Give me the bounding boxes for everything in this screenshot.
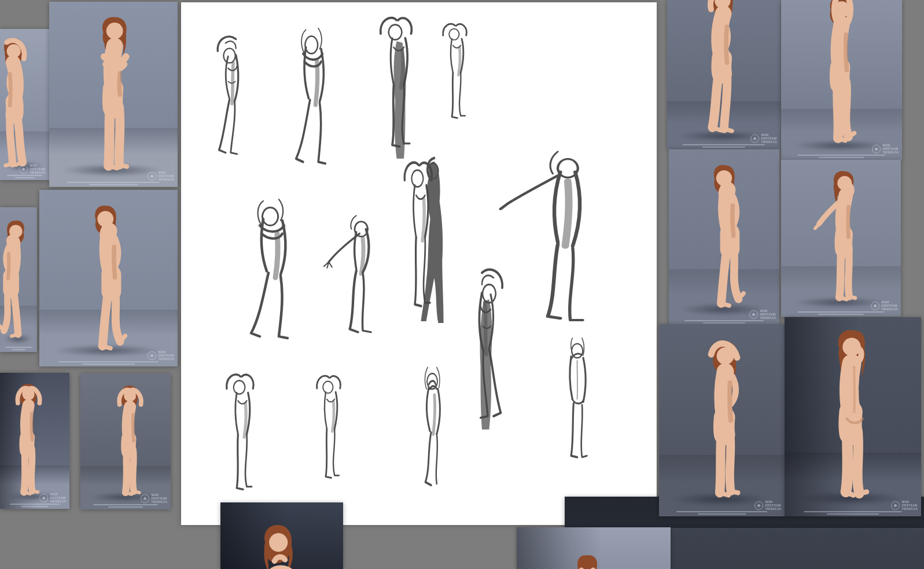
reference-photo-n[interactable]: NEWMASTERSACADEMY♣	[669, 149, 779, 325]
reference-photo-f[interactable]: NEWMASTERSACADEMY♣	[80, 373, 171, 509]
caption-line	[93, 504, 158, 505]
watermark-line: ACADEMY	[881, 307, 897, 311]
watermark-text: NEWMASTERSACADEMY	[158, 171, 174, 181]
model-figure	[563, 550, 612, 569]
gesture-sketch	[546, 325, 606, 467]
nma-watermark: NEWMASTERSACADEMY♣	[148, 171, 174, 181]
floor-shadow	[3, 334, 32, 344]
floor-shadow	[7, 492, 61, 501]
watermark-line: MASTERS	[765, 504, 781, 507]
caption-line	[58, 361, 158, 362]
fleur-de-lis-emblem-icon: ♣	[749, 310, 758, 319]
fleur-de-lis-emblem-icon: ♣	[39, 494, 48, 502]
reference-photo-d[interactable]: NEWMASTERSACADEMY♣	[39, 190, 178, 366]
studio-floor	[781, 266, 901, 317]
watermark-text: NEWMASTERSACADEMY	[881, 300, 897, 311]
watermark-text: NEWMASTERSACADEMY	[30, 164, 46, 174]
watermark-line: NEW	[881, 300, 889, 304]
watermark-line: MASTERS	[158, 354, 174, 357]
reference-photo-q[interactable]: NEWMASTERSACADEMY♣	[659, 324, 785, 516]
shadow-overlay	[220, 502, 343, 569]
caption-lines	[785, 511, 921, 515]
watermark-line: NEW	[765, 500, 772, 504]
caption-line	[12, 349, 25, 350]
model-figure	[74, 199, 147, 359]
reference-photo-k[interactable]: NEWMASTERSACADEMY♣	[667, 0, 781, 149]
reference-photo-l[interactable]: NEWMASTERSACADEMY♣	[781, 0, 902, 160]
caption-lines	[781, 311, 901, 315]
shadow-overlay	[0, 373, 69, 509]
model-figure	[246, 520, 313, 569]
watermark-line: ACADEMY	[882, 150, 899, 154]
reference-photo-c[interactable]	[0, 207, 37, 352]
watermark-line: NEW	[158, 350, 165, 354]
nma-watermark: NEWMASTERSACADEMY♣	[750, 133, 777, 144]
shadow-overlay	[517, 527, 671, 569]
studio-floor	[785, 453, 921, 516]
floor-shadow	[62, 164, 162, 177]
floor-shadow	[679, 131, 767, 141]
watermark-line: ACADEMY	[30, 171, 46, 174]
gesture-sketch	[212, 366, 274, 500]
watermark-line: ACADEMY	[158, 178, 174, 181]
studio-floor	[669, 269, 779, 325]
reference-photo-h[interactable]	[220, 502, 343, 569]
model-figure	[0, 35, 45, 174]
watermark-line: ACADEMY	[151, 500, 167, 504]
floor-shadow	[793, 140, 888, 151]
reference-photo-e[interactable]: NEWMASTERSACADEMY♣	[0, 373, 69, 509]
nma-watermark: NEWMASTERSACADEMY♣	[754, 500, 781, 511]
watermark-line: ACADEMY	[901, 507, 918, 511]
caption-line	[818, 314, 864, 315]
watermark-line: MASTERS	[760, 313, 775, 316]
studio-floor	[659, 455, 785, 516]
caption-line	[82, 364, 135, 365]
fleur-de-lis-emblem-icon: ♣	[754, 501, 763, 510]
reference-photo-i[interactable]	[517, 527, 671, 569]
caption-lines	[781, 155, 902, 158]
caption-line	[804, 511, 902, 512]
reference-photo-b[interactable]: NEWMASTERSACADEMY♣	[49, 2, 178, 187]
reference-photo-dark2[interactable]	[670, 528, 924, 569]
fleur-de-lis-emblem-icon: ♣	[141, 494, 149, 503]
watermark-text: NEWMASTERSACADEMY	[765, 500, 781, 511]
watermark-line: MASTERS	[30, 167, 45, 171]
nma-watermark: NEWMASTERSACADEMY♣	[871, 300, 897, 311]
watermark-line: NEW	[158, 171, 165, 174]
model-figure	[693, 158, 765, 317]
caption-line	[827, 513, 879, 515]
model-figure	[687, 334, 765, 507]
gesture-sketch	[363, 8, 436, 159]
watermark-line: MASTERS	[761, 137, 776, 140]
caption-lines	[0, 347, 37, 350]
caption-lines	[39, 361, 178, 365]
watermark-text: NEWMASTERSACADEMY	[761, 133, 777, 144]
caption-line	[7, 175, 42, 176]
reference-photo-r[interactable]: NEWMASTERSACADEMY♣	[785, 317, 921, 516]
caption-lines	[659, 511, 785, 515]
fleur-de-lis-emblem-icon: ♣	[148, 172, 156, 181]
caption-lines	[0, 175, 49, 178]
watermark-line: ACADEMY	[765, 507, 781, 511]
caption-line	[798, 155, 885, 156]
caption-line	[684, 320, 764, 321]
caption-line	[702, 146, 745, 148]
fleur-de-lis-emblem-icon: ♣	[872, 145, 881, 153]
watermark-text: NEWMASTERSACADEMY	[760, 309, 776, 320]
sketch-page-image[interactable]	[181, 2, 657, 525]
caption-lines	[49, 182, 178, 185]
reference-photo-o[interactable]: NEWMASTERSACADEMY♣	[781, 160, 901, 317]
model-figure	[811, 166, 877, 310]
watermark-line: MASTERS	[151, 497, 167, 500]
watermark-line: MASTERS	[158, 174, 174, 178]
reference-photo-a[interactable]: NEWMASTERSACADEMY♣	[0, 29, 49, 180]
caption-line	[10, 504, 60, 505]
gesture-sketch	[200, 31, 264, 163]
watermark-line: NEW	[760, 309, 767, 313]
gesture-sketch	[230, 185, 317, 348]
gesture-sketch	[314, 196, 395, 346]
caption-line	[5, 347, 32, 348]
nma-watermark: NEWMASTERSACADEMY♣	[749, 309, 776, 320]
nma-watermark: NEWMASTERSACADEMY♣	[148, 350, 174, 361]
reference-board[interactable]: NEWMASTERSACADEMY♣NEWMASTERSACADEMY♣NEWM…	[0, 0, 924, 569]
